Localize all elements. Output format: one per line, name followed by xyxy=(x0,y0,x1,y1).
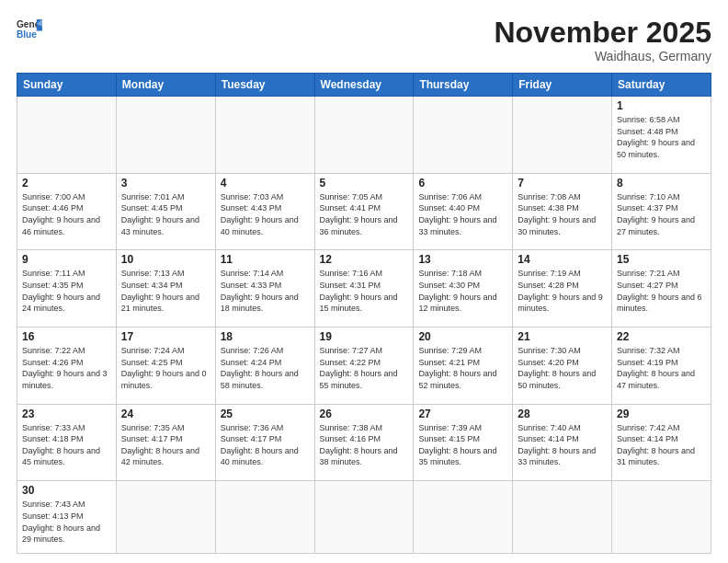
calendar-cell xyxy=(513,97,612,174)
calendar-cell xyxy=(215,481,314,554)
day-info: Sunrise: 7:38 AM Sunset: 4:16 PM Dayligh… xyxy=(320,422,409,468)
calendar-cell xyxy=(17,97,117,174)
day-info: Sunrise: 7:42 AM Sunset: 4:14 PM Dayligh… xyxy=(617,422,706,468)
calendar-cell xyxy=(314,97,414,174)
day-number: 9 xyxy=(22,253,111,266)
calendar-cell: 20Sunrise: 7:29 AM Sunset: 4:21 PM Dayli… xyxy=(414,327,513,405)
day-info: Sunrise: 7:35 AM Sunset: 4:17 PM Dayligh… xyxy=(121,422,210,468)
calendar-cell xyxy=(414,97,513,174)
day-info: Sunrise: 7:30 AM Sunset: 4:20 PM Dayligh… xyxy=(518,345,607,391)
day-number: 15 xyxy=(617,253,706,266)
calendar-cell: 30Sunrise: 7:43 AM Sunset: 4:13 PM Dayli… xyxy=(17,481,117,554)
day-number: 23 xyxy=(22,408,111,420)
day-info: Sunrise: 7:29 AM Sunset: 4:21 PM Dayligh… xyxy=(418,345,507,391)
day-number: 5 xyxy=(320,177,409,190)
calendar-cell: 18Sunrise: 7:26 AM Sunset: 4:24 PM Dayli… xyxy=(215,327,314,405)
day-info: Sunrise: 7:11 AM Sunset: 4:35 PM Dayligh… xyxy=(22,268,111,314)
calendar-cell: 14Sunrise: 7:19 AM Sunset: 4:28 PM Dayli… xyxy=(513,250,612,327)
day-info: Sunrise: 7:13 AM Sunset: 4:34 PM Dayligh… xyxy=(121,268,210,314)
calendar-cell: 5Sunrise: 7:05 AM Sunset: 4:41 PM Daylig… xyxy=(314,173,414,250)
logo-icon: General Blue xyxy=(17,17,42,42)
calendar-cell xyxy=(612,481,711,554)
calendar-cell: 21Sunrise: 7:30 AM Sunset: 4:20 PM Dayli… xyxy=(513,327,612,405)
day-number: 6 xyxy=(418,177,507,190)
calendar-cell: 23Sunrise: 7:33 AM Sunset: 4:18 PM Dayli… xyxy=(17,404,117,481)
logo: General Blue xyxy=(17,17,42,42)
day-info: Sunrise: 7:26 AM Sunset: 4:24 PM Dayligh… xyxy=(221,345,310,391)
day-info: Sunrise: 7:08 AM Sunset: 4:38 PM Dayligh… xyxy=(518,191,607,237)
calendar-cell xyxy=(215,97,314,174)
day-info: Sunrise: 7:18 AM Sunset: 4:30 PM Dayligh… xyxy=(418,268,507,314)
calendar-cell: 9Sunrise: 7:11 AM Sunset: 4:35 PM Daylig… xyxy=(17,250,117,327)
day-info: Sunrise: 7:24 AM Sunset: 4:25 PM Dayligh… xyxy=(121,345,210,391)
day-number: 11 xyxy=(221,253,310,266)
day-number: 26 xyxy=(320,408,409,420)
calendar-cell: 19Sunrise: 7:27 AM Sunset: 4:22 PM Dayli… xyxy=(314,327,414,405)
calendar-cell: 16Sunrise: 7:22 AM Sunset: 4:26 PM Dayli… xyxy=(17,327,117,405)
day-number: 8 xyxy=(617,177,706,190)
day-info: Sunrise: 7:05 AM Sunset: 4:41 PM Dayligh… xyxy=(320,191,409,237)
day-number: 22 xyxy=(617,330,706,343)
day-info: Sunrise: 7:33 AM Sunset: 4:18 PM Dayligh… xyxy=(22,422,111,468)
calendar-cell: 13Sunrise: 7:18 AM Sunset: 4:30 PM Dayli… xyxy=(414,250,513,327)
col-wednesday: Wednesday xyxy=(314,74,414,97)
day-info: Sunrise: 7:32 AM Sunset: 4:19 PM Dayligh… xyxy=(617,345,706,391)
calendar-cell: 1Sunrise: 6:58 AM Sunset: 4:48 PM Daylig… xyxy=(612,97,711,174)
day-number: 19 xyxy=(320,330,409,343)
calendar-cell xyxy=(414,481,513,554)
day-info: Sunrise: 7:14 AM Sunset: 4:33 PM Dayligh… xyxy=(221,268,310,314)
day-info: Sunrise: 7:43 AM Sunset: 4:13 PM Dayligh… xyxy=(22,499,111,545)
col-thursday: Thursday xyxy=(414,74,513,97)
calendar-cell: 3Sunrise: 7:01 AM Sunset: 4:45 PM Daylig… xyxy=(116,173,215,250)
page: General Blue November 2025 Waidhaus, Ger… xyxy=(0,0,728,563)
day-info: Sunrise: 7:40 AM Sunset: 4:14 PM Dayligh… xyxy=(518,422,607,468)
calendar-cell: 28Sunrise: 7:40 AM Sunset: 4:14 PM Dayli… xyxy=(513,404,612,481)
header: General Blue November 2025 Waidhaus, Ger… xyxy=(17,17,711,63)
calendar-table: Sunday Monday Tuesday Wednesday Thursday… xyxy=(17,73,711,554)
calendar-cell xyxy=(314,481,414,554)
day-info: Sunrise: 7:16 AM Sunset: 4:31 PM Dayligh… xyxy=(320,268,409,314)
calendar-cell xyxy=(116,97,215,174)
calendar-cell: 26Sunrise: 7:38 AM Sunset: 4:16 PM Dayli… xyxy=(314,404,414,481)
day-number: 17 xyxy=(121,330,210,343)
col-tuesday: Tuesday xyxy=(215,74,314,97)
day-number: 28 xyxy=(518,408,607,420)
day-info: Sunrise: 7:00 AM Sunset: 4:46 PM Dayligh… xyxy=(22,191,111,237)
day-number: 29 xyxy=(617,408,706,420)
calendar-cell: 4Sunrise: 7:03 AM Sunset: 4:43 PM Daylig… xyxy=(215,173,314,250)
day-number: 3 xyxy=(121,177,210,190)
calendar-cell xyxy=(116,481,215,554)
calendar-cell: 27Sunrise: 7:39 AM Sunset: 4:15 PM Dayli… xyxy=(414,404,513,481)
calendar-cell: 12Sunrise: 7:16 AM Sunset: 4:31 PM Dayli… xyxy=(314,250,414,327)
day-info: Sunrise: 7:10 AM Sunset: 4:37 PM Dayligh… xyxy=(617,191,706,237)
day-number: 1 xyxy=(617,99,706,112)
col-sunday: Sunday xyxy=(17,74,117,97)
day-info: Sunrise: 6:58 AM Sunset: 4:48 PM Dayligh… xyxy=(617,114,706,160)
subtitle: Waidhaus, Germany xyxy=(494,49,711,63)
day-number: 13 xyxy=(418,253,507,266)
day-info: Sunrise: 7:19 AM Sunset: 4:28 PM Dayligh… xyxy=(518,268,607,314)
calendar-cell: 2Sunrise: 7:00 AM Sunset: 4:46 PM Daylig… xyxy=(17,173,117,250)
day-number: 10 xyxy=(121,253,210,266)
day-info: Sunrise: 7:36 AM Sunset: 4:17 PM Dayligh… xyxy=(221,422,310,468)
day-number: 18 xyxy=(221,330,310,343)
day-number: 12 xyxy=(320,253,409,266)
day-info: Sunrise: 7:39 AM Sunset: 4:15 PM Dayligh… xyxy=(418,422,507,468)
day-number: 4 xyxy=(221,177,310,190)
day-number: 7 xyxy=(518,177,607,190)
svg-text:Blue: Blue xyxy=(17,29,37,40)
col-saturday: Saturday xyxy=(612,74,711,97)
day-number: 20 xyxy=(418,330,507,343)
month-title: November 2025 xyxy=(494,17,711,49)
calendar-cell: 7Sunrise: 7:08 AM Sunset: 4:38 PM Daylig… xyxy=(513,173,612,250)
calendar-cell: 8Sunrise: 7:10 AM Sunset: 4:37 PM Daylig… xyxy=(612,173,711,250)
calendar-cell: 11Sunrise: 7:14 AM Sunset: 4:33 PM Dayli… xyxy=(215,250,314,327)
calendar-cell: 17Sunrise: 7:24 AM Sunset: 4:25 PM Dayli… xyxy=(116,327,215,405)
day-info: Sunrise: 7:03 AM Sunset: 4:43 PM Dayligh… xyxy=(221,191,310,237)
calendar-cell: 22Sunrise: 7:32 AM Sunset: 4:19 PM Dayli… xyxy=(612,327,711,405)
day-info: Sunrise: 7:22 AM Sunset: 4:26 PM Dayligh… xyxy=(22,345,111,391)
col-monday: Monday xyxy=(116,74,215,97)
day-number: 27 xyxy=(418,408,507,420)
day-info: Sunrise: 7:27 AM Sunset: 4:22 PM Dayligh… xyxy=(320,345,409,391)
day-number: 24 xyxy=(121,408,210,420)
